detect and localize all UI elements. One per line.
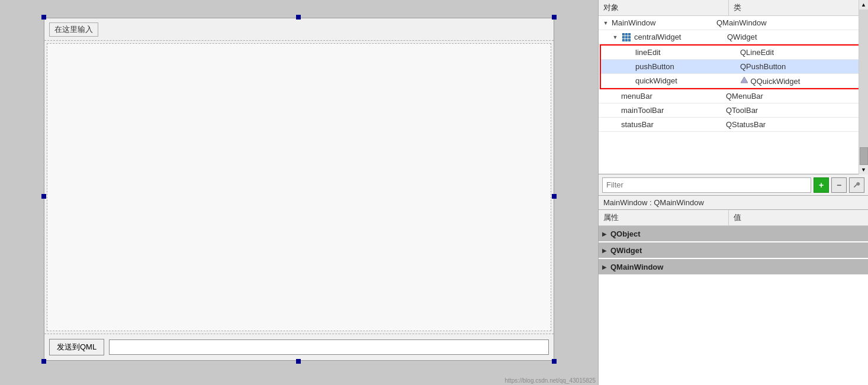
tree-arrow-mainwindow: ▼	[601, 18, 610, 28]
object-inspector: 对象 类 ▼ MainWindow QMainWindow ▼	[599, 0, 868, 174]
main-window-widget: 在这里输入 发送到QML	[44, 18, 554, 361]
quick-widget-icon	[740, 76, 748, 85]
tree-row-pushbutton[interactable]: pushButton QPushButton	[601, 60, 866, 74]
filter-input[interactable]	[602, 177, 811, 193]
filter-bar: + −	[599, 174, 868, 196]
tree-class-mainwindow: QMainWindow	[714, 18, 868, 27]
tree-row-quickwidget[interactable]: quickWidget QQuickWidget	[601, 74, 866, 88]
bottom-bar: 发送到QML	[44, 334, 554, 360]
tree-row-lineedit[interactable]: lineEdit QLineEdit	[601, 46, 866, 60]
scroll-track	[859, 9, 868, 165]
scroll-down-arrow[interactable]: ▼	[859, 165, 868, 174]
bottom-line-edit[interactable]	[109, 339, 549, 355]
tree-row-centralwidget[interactable]: ▼ centralWidget QWidget	[599, 30, 868, 44]
tree-name-statusbar: statusBar	[620, 120, 724, 129]
properties-header: 属性 值	[599, 210, 868, 226]
tree-name-mainwindow: MainWindow	[610, 18, 714, 27]
right-panel: 对象 类 ▼ MainWindow QMainWindow ▼	[598, 0, 868, 385]
scroll-thumb[interactable]	[860, 147, 868, 165]
object-scrollbar[interactable]: ▲ ▼	[859, 0, 868, 174]
class-col-header: 类	[729, 0, 868, 15]
value-col-header: 值	[729, 210, 746, 225]
handle-middle-right[interactable]	[552, 194, 557, 199]
wrench-button[interactable]	[849, 177, 864, 193]
tree-row-statusbar[interactable]: statusBar QStatusBar	[599, 118, 868, 132]
tree-class-centralwidget: QWidget	[725, 33, 868, 41]
object-col-header: 对象	[599, 0, 729, 15]
top-bar: 在这里输入	[44, 18, 554, 41]
remove-filter-button[interactable]: −	[831, 177, 847, 193]
tree-name-menubar: menuBar	[620, 92, 724, 101]
qwidget-label: QWidget	[610, 246, 642, 255]
prop-col-header: 属性	[599, 210, 729, 225]
centralwidget-icon	[621, 32, 632, 43]
object-panel-header: 对象 类	[599, 0, 868, 16]
prop-group-qmainwindow[interactable]: ▶ QMainWindow	[599, 259, 868, 274]
qobject-arrow: ▶	[599, 231, 610, 237]
handle-top-left[interactable]	[41, 15, 46, 20]
tree-class-maintoolbar: QToolBar	[724, 106, 868, 115]
tree-name-lineedit: lineEdit	[634, 48, 738, 57]
tree-arrow-centralwidget: ▼	[610, 33, 620, 42]
tree-name-centralwidget: centralWidget	[633, 33, 725, 41]
tree-row-mainwindow[interactable]: ▼ MainWindow QMainWindow	[599, 16, 868, 30]
handle-bottom-right[interactable]	[552, 359, 557, 364]
object-tree[interactable]: ▼ MainWindow QMainWindow ▼	[599, 16, 868, 173]
tree-class-pushbutton: QPushButton	[738, 62, 866, 71]
tree-name-quickwidget: quickWidget	[634, 76, 738, 85]
input-label: 在这里输入	[49, 22, 98, 37]
qwidget-arrow: ▶	[599, 247, 610, 254]
tree-class-menubar: QMenuBar	[724, 92, 868, 101]
tree-name-maintoolbar: mainToolBar	[620, 106, 724, 115]
properties-panel: 属性 值 ▶ QObject ▶ QWidget ▶ QMainWindow	[599, 210, 868, 385]
handle-top-center[interactable]	[296, 15, 301, 20]
add-filter-button[interactable]: +	[814, 177, 829, 193]
tree-class-statusbar: QStatusBar	[724, 120, 868, 129]
prop-group-qobject[interactable]: ▶ QObject	[599, 226, 868, 241]
properties-body: ▶ QObject ▶ QWidget ▶ QMainWindow	[599, 226, 868, 385]
handle-top-right[interactable]	[552, 15, 557, 20]
tree-row-menubar[interactable]: menuBar QMenuBar	[599, 89, 868, 103]
highlighted-group: lineEdit QLineEdit pushButton QPushButto…	[600, 44, 867, 89]
handle-bottom-left[interactable]	[41, 359, 46, 364]
handle-bottom-center[interactable]	[296, 359, 301, 364]
qmainwindow-arrow: ▶	[599, 264, 610, 270]
designer-canvas-area: 在这里输入 发送到QML https://blog.csdn.net/qq_43…	[0, 0, 598, 385]
watermark-text: https://blog.csdn.net/qq_43015825	[505, 377, 596, 384]
qmainwindow-label: QMainWindow	[610, 263, 663, 271]
handle-middle-left[interactable]	[41, 194, 46, 199]
tree-name-pushbutton: pushButton	[634, 62, 738, 71]
tree-class-quickwidget: QQuickWidget	[738, 76, 866, 86]
central-widget-area	[47, 43, 551, 331]
prop-group-qwidget[interactable]: ▶ QWidget	[599, 242, 868, 258]
send-to-qml-button[interactable]: 发送到QML	[49, 339, 104, 355]
svg-marker-0	[741, 77, 748, 83]
tree-row-maintoolbar[interactable]: mainToolBar QToolBar	[599, 103, 868, 118]
qobject-label: QObject	[610, 229, 641, 238]
context-label: MainWindow : QMainWindow	[599, 196, 868, 210]
scroll-up-arrow[interactable]: ▲	[859, 0, 868, 9]
tree-class-lineedit: QLineEdit	[738, 48, 866, 57]
designer-canvas: 在这里输入 发送到QML	[41, 6, 557, 373]
